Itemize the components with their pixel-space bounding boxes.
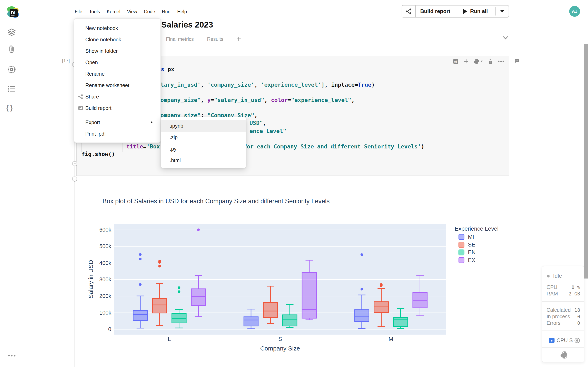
svg-text:DL: DL <box>11 10 17 15</box>
svg-text:S: S <box>278 336 282 342</box>
menu-item-export[interactable]: Export <box>74 117 160 128</box>
machine-badge: s <box>549 338 554 343</box>
svg-text:300k: 300k <box>99 276 111 283</box>
list-icon[interactable] <box>7 84 16 94</box>
indent-guide <box>109 143 109 152</box>
menu-item-rename[interactable]: Rename <box>74 68 160 80</box>
tab-final-metrics[interactable]: Final metrics <box>166 36 194 42</box>
menu-view[interactable]: View <box>127 9 137 15</box>
submenu-item-html[interactable]: .html <box>161 155 246 166</box>
build-report-button[interactable]: Build report <box>416 6 455 17</box>
cpu-value: 0 % <box>571 285 580 290</box>
play-icon <box>463 9 467 14</box>
menu-item-open[interactable]: Open <box>74 57 160 68</box>
menu-item-new-notebook[interactable]: New notebook <box>74 22 160 34</box>
share-icon <box>78 94 83 99</box>
run-all-button[interactable]: Run all <box>455 6 495 17</box>
braces-icon[interactable]: { } <box>6 104 13 112</box>
submenu-arrow-icon <box>150 121 153 124</box>
indent-guide <box>95 143 95 152</box>
calculated-label: Calculated <box>546 307 571 313</box>
svg-text:400k: 400k <box>99 260 111 266</box>
svg-text:600k: 600k <box>99 227 111 233</box>
datalore-logo[interactable]: DL <box>5 5 19 18</box>
python-kernel-icon <box>560 351 567 359</box>
scrollbar[interactable] <box>584 44 588 278</box>
run-options-button[interactable] <box>496 6 509 17</box>
menu-help[interactable]: Help <box>177 9 187 15</box>
menu-item-share[interactable]: Share <box>74 91 160 102</box>
add-worksheet-button[interactable] <box>236 36 242 42</box>
in-process-value: 0 <box>577 314 580 319</box>
panel-separator <box>542 331 584 331</box>
menu-item-rename-worksheet[interactable]: Rename worksheet <box>74 80 160 91</box>
menu-item-show-in-folder[interactable]: Show in folder <box>74 45 160 57</box>
collapse-output-handle[interactable] <box>72 176 77 182</box>
errors-label: Errors <box>546 320 561 326</box>
trash-icon[interactable] <box>488 59 493 64</box>
layers-icon[interactable] <box>7 27 16 37</box>
file-menu: New notebook Clone notebook Show in fold… <box>74 18 161 143</box>
python-run-icon[interactable] <box>474 59 483 64</box>
cpu-label: CPU <box>546 284 557 290</box>
tabbar-divider <box>161 43 509 43</box>
svg-text:SE: SE <box>468 242 475 248</box>
errors-value: 0 <box>577 320 580 326</box>
add-cell-icon[interactable] <box>464 59 468 64</box>
cpu-icon[interactable] <box>7 65 16 74</box>
cell-more-icon[interactable] <box>498 60 504 62</box>
menu-tools[interactable]: Tools <box>89 9 100 15</box>
svg-text:Salary in USD: Salary in USD <box>87 260 94 298</box>
share-icon <box>406 8 412 15</box>
svg-text:Company Size: Company Size <box>260 345 300 352</box>
status-dot <box>546 275 550 278</box>
menu-item-build-report[interactable]: Build report <box>74 102 160 114</box>
cell-toolbar: AI <box>453 58 504 65</box>
export-submenu: .ipynb .zip .py .html <box>161 117 246 168</box>
svg-text:500k: 500k <box>99 243 111 249</box>
kernel-status: Idle <box>553 273 562 279</box>
caret-down-icon <box>500 10 504 13</box>
report-icon <box>78 106 83 110</box>
sidebar-more-icon[interactable] <box>8 354 16 357</box>
menu-code[interactable]: Code <box>144 9 155 15</box>
svg-text:200k: 200k <box>99 293 111 299</box>
execution-count: [17] <box>61 58 70 64</box>
svg-text:Box plot of Salaries in USD fo: Box plot of Salaries in USD for each Com… <box>103 198 330 205</box>
menu-item-clone-notebook[interactable]: Clone notebook <box>74 34 160 45</box>
svg-text:Experience Level: Experience Level <box>455 225 499 232</box>
panel-separator <box>542 301 584 302</box>
ram-value: 2 GB <box>569 291 580 296</box>
comment-icon[interactable] <box>514 59 519 64</box>
menu-file[interactable]: File <box>75 9 82 15</box>
header-button-group: Build report Run all <box>402 5 509 17</box>
ram-label: RAM <box>546 291 558 297</box>
svg-text:0: 0 <box>108 326 111 332</box>
svg-text:MI: MI <box>468 234 474 240</box>
tab-results[interactable]: Results <box>207 36 223 42</box>
submenu-item-py[interactable]: .py <box>161 143 246 155</box>
notebook-title: Salaries 2023 <box>161 20 213 29</box>
sidebar: DL { } <box>0 0 24 367</box>
submenu-item-zip[interactable]: .zip <box>161 132 246 143</box>
machine-radio-icon[interactable] <box>574 338 580 343</box>
svg-text:EN: EN <box>468 249 476 256</box>
collapse-input-handle[interactable] <box>72 161 77 166</box>
menu-run[interactable]: Run <box>162 9 171 15</box>
kernel-panel: Idle CPU 0 % RAM 2 GB Calculated 18 In p… <box>542 266 584 362</box>
svg-text:L: L <box>168 336 171 342</box>
menu-separator <box>74 115 160 115</box>
calculated-value: 18 <box>574 308 580 313</box>
chevron-down-icon[interactable] <box>503 36 508 40</box>
menu-item-print-pdf[interactable]: Print .pdf <box>74 128 160 140</box>
share-button[interactable] <box>402 6 415 17</box>
submenu-item-ipynb[interactable]: .ipynb <box>161 120 246 132</box>
indent-guide <box>122 143 122 152</box>
svg-text:100k: 100k <box>99 310 111 316</box>
menu-kernel[interactable]: Kernel <box>107 9 120 15</box>
svg-text:M: M <box>389 336 393 342</box>
indent-guide <box>81 143 82 152</box>
attachment-icon[interactable] <box>7 45 16 54</box>
avatar[interactable]: AJ <box>569 6 580 17</box>
ai-icon[interactable]: AI <box>453 59 458 64</box>
